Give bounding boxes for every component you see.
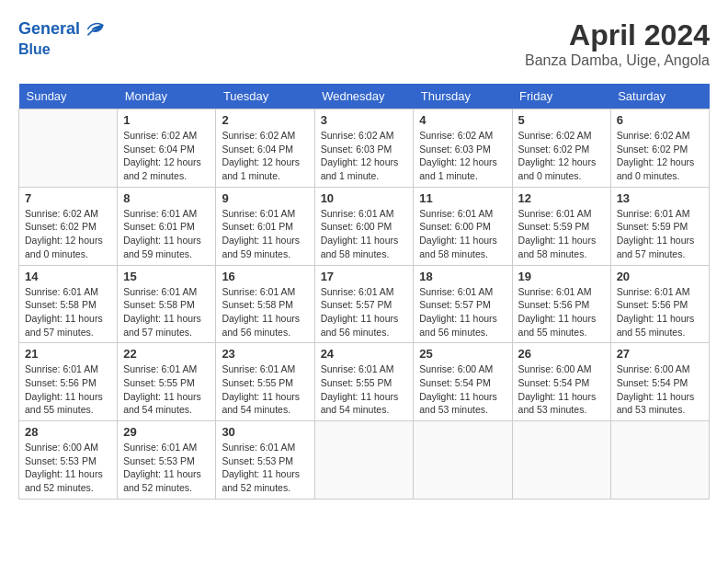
calendar-cell: 5Sunrise: 6:02 AM Sunset: 6:02 PM Daylig… — [512, 109, 610, 188]
day-info: Sunrise: 6:02 AM Sunset: 6:03 PM Dayligh… — [419, 129, 506, 183]
day-number: 25 — [419, 347, 506, 361]
day-info: Sunrise: 6:02 AM Sunset: 6:02 PM Dayligh… — [25, 207, 111, 261]
day-number: 12 — [518, 191, 605, 205]
calendar-cell: 8Sunrise: 6:01 AM Sunset: 6:01 PM Daylig… — [118, 187, 216, 265]
calendar-cell — [610, 421, 709, 500]
calendar-cell: 23Sunrise: 6:01 AM Sunset: 5:55 PM Dayli… — [216, 343, 314, 421]
calendar-cell: 13Sunrise: 6:01 AM Sunset: 5:59 PM Dayli… — [610, 187, 709, 265]
week-row-2: 7Sunrise: 6:02 AM Sunset: 6:02 PM Daylig… — [19, 187, 710, 265]
week-row-5: 28Sunrise: 6:00 AM Sunset: 5:53 PM Dayli… — [19, 421, 710, 500]
day-number: 18 — [419, 270, 506, 283]
calendar-cell: 30Sunrise: 6:01 AM Sunset: 5:53 PM Dayli… — [216, 421, 314, 500]
calendar-cell: 24Sunrise: 6:01 AM Sunset: 5:55 PM Dayli… — [314, 343, 414, 421]
day-info: Sunrise: 6:01 AM Sunset: 5:53 PM Dayligh… — [222, 441, 308, 495]
weekday-header-row: SundayMondayTuesdayWednesdayThursdayFrid… — [19, 84, 710, 109]
day-number: 24 — [321, 347, 408, 361]
location-title: Banza Damba, Uige, Angola — [525, 52, 710, 69]
day-number: 1 — [123, 113, 210, 127]
day-info: Sunrise: 6:00 AM Sunset: 5:54 PM Dayligh… — [419, 362, 506, 417]
calendar-cell: 19Sunrise: 6:01 AM Sunset: 5:56 PM Dayli… — [512, 265, 610, 343]
calendar-cell — [19, 109, 118, 188]
day-info: Sunrise: 6:00 AM Sunset: 5:54 PM Dayligh… — [518, 362, 605, 417]
logo: General Blue — [18, 18, 104, 58]
day-info: Sunrise: 6:01 AM Sunset: 5:58 PM Dayligh… — [25, 285, 111, 339]
calendar-cell — [414, 421, 512, 500]
logo-text: General — [18, 19, 80, 40]
day-number: 26 — [518, 347, 605, 361]
day-number: 7 — [25, 191, 111, 205]
day-number: 20 — [617, 270, 703, 283]
calendar-cell: 18Sunrise: 6:01 AM Sunset: 5:57 PM Dayli… — [414, 265, 512, 343]
page-header: General Blue April 2024 Banza Damba, Uig… — [18, 18, 710, 69]
day-number: 2 — [222, 113, 308, 127]
day-info: Sunrise: 6:01 AM Sunset: 5:55 PM Dayligh… — [222, 362, 308, 417]
logo-blue-text: Blue — [18, 40, 104, 58]
day-number: 3 — [321, 113, 408, 127]
calendar-table: SundayMondayTuesdayWednesdayThursdayFrid… — [18, 84, 710, 500]
day-number: 21 — [25, 347, 111, 361]
day-number: 19 — [518, 270, 605, 283]
calendar-cell — [314, 421, 414, 500]
day-info: Sunrise: 6:02 AM Sunset: 6:02 PM Dayligh… — [617, 129, 703, 183]
weekday-header-monday: Monday — [118, 84, 216, 109]
day-info: Sunrise: 6:01 AM Sunset: 5:58 PM Dayligh… — [222, 285, 308, 339]
weekday-header-tuesday: Tuesday — [216, 84, 314, 109]
day-info: Sunrise: 6:02 AM Sunset: 6:04 PM Dayligh… — [222, 129, 308, 183]
day-info: Sunrise: 6:01 AM Sunset: 5:58 PM Dayligh… — [123, 285, 210, 339]
day-number: 4 — [419, 113, 506, 127]
day-info: Sunrise: 6:01 AM Sunset: 6:00 PM Dayligh… — [321, 207, 408, 261]
day-number: 28 — [25, 425, 111, 439]
day-info: Sunrise: 6:01 AM Sunset: 5:55 PM Dayligh… — [123, 362, 210, 417]
week-row-3: 14Sunrise: 6:01 AM Sunset: 5:58 PM Dayli… — [19, 265, 710, 343]
calendar-cell: 10Sunrise: 6:01 AM Sunset: 6:00 PM Dayli… — [314, 187, 414, 265]
weekday-header-saturday: Saturday — [610, 84, 709, 109]
day-number: 14 — [25, 270, 111, 283]
calendar-cell: 7Sunrise: 6:02 AM Sunset: 6:02 PM Daylig… — [19, 187, 118, 265]
day-info: Sunrise: 6:01 AM Sunset: 5:55 PM Dayligh… — [321, 362, 408, 417]
day-number: 27 — [617, 347, 703, 361]
day-number: 9 — [222, 191, 308, 205]
day-number: 5 — [518, 113, 605, 127]
calendar-cell: 9Sunrise: 6:01 AM Sunset: 6:01 PM Daylig… — [216, 187, 314, 265]
calendar-cell: 6Sunrise: 6:02 AM Sunset: 6:02 PM Daylig… — [610, 109, 709, 188]
day-number: 17 — [321, 270, 408, 283]
day-number: 10 — [321, 191, 408, 205]
day-info: Sunrise: 6:01 AM Sunset: 5:56 PM Dayligh… — [617, 285, 703, 339]
day-info: Sunrise: 6:01 AM Sunset: 6:01 PM Dayligh… — [123, 207, 210, 261]
day-number: 16 — [222, 270, 308, 283]
calendar-cell: 27Sunrise: 6:00 AM Sunset: 5:54 PM Dayli… — [610, 343, 709, 421]
day-info: Sunrise: 6:02 AM Sunset: 6:03 PM Dayligh… — [321, 129, 408, 183]
weekday-header-sunday: Sunday — [19, 84, 118, 109]
day-number: 30 — [222, 425, 308, 439]
day-info: Sunrise: 6:00 AM Sunset: 5:54 PM Dayligh… — [617, 362, 703, 417]
day-number: 29 — [123, 425, 210, 439]
day-number: 13 — [617, 191, 703, 205]
calendar-cell: 1Sunrise: 6:02 AM Sunset: 6:04 PM Daylig… — [118, 109, 216, 188]
day-info: Sunrise: 6:01 AM Sunset: 5:59 PM Dayligh… — [518, 207, 605, 261]
calendar-cell: 21Sunrise: 6:01 AM Sunset: 5:56 PM Dayli… — [19, 343, 118, 421]
calendar-cell: 3Sunrise: 6:02 AM Sunset: 6:03 PM Daylig… — [314, 109, 414, 188]
calendar-cell: 16Sunrise: 6:01 AM Sunset: 5:58 PM Dayli… — [216, 265, 314, 343]
day-info: Sunrise: 6:01 AM Sunset: 6:01 PM Dayligh… — [222, 207, 308, 261]
calendar-cell: 20Sunrise: 6:01 AM Sunset: 5:56 PM Dayli… — [610, 265, 709, 343]
weekday-header-wednesday: Wednesday — [314, 84, 414, 109]
day-info: Sunrise: 6:01 AM Sunset: 5:59 PM Dayligh… — [617, 207, 703, 261]
day-info: Sunrise: 6:01 AM Sunset: 5:57 PM Dayligh… — [321, 285, 408, 339]
calendar-cell: 2Sunrise: 6:02 AM Sunset: 6:04 PM Daylig… — [216, 109, 314, 188]
calendar-cell: 12Sunrise: 6:01 AM Sunset: 5:59 PM Dayli… — [512, 187, 610, 265]
day-number: 23 — [222, 347, 308, 361]
calendar-cell: 25Sunrise: 6:00 AM Sunset: 5:54 PM Dayli… — [414, 343, 512, 421]
month-title: April 2024 — [525, 18, 710, 52]
title-block: April 2024 Banza Damba, Uige, Angola — [525, 18, 710, 69]
calendar-cell — [512, 421, 610, 500]
week-row-1: 1Sunrise: 6:02 AM Sunset: 6:04 PM Daylig… — [19, 109, 710, 188]
calendar-cell: 29Sunrise: 6:01 AM Sunset: 5:53 PM Dayli… — [118, 421, 216, 500]
calendar-cell: 15Sunrise: 6:01 AM Sunset: 5:58 PM Dayli… — [118, 265, 216, 343]
day-number: 15 — [123, 270, 210, 283]
calendar-cell: 22Sunrise: 6:01 AM Sunset: 5:55 PM Dayli… — [118, 343, 216, 421]
day-info: Sunrise: 6:01 AM Sunset: 5:56 PM Dayligh… — [25, 362, 111, 417]
day-number: 11 — [419, 191, 506, 205]
day-info: Sunrise: 6:02 AM Sunset: 6:04 PM Dayligh… — [123, 129, 210, 183]
day-info: Sunrise: 6:01 AM Sunset: 5:56 PM Dayligh… — [518, 285, 605, 339]
week-row-4: 21Sunrise: 6:01 AM Sunset: 5:56 PM Dayli… — [19, 343, 710, 421]
